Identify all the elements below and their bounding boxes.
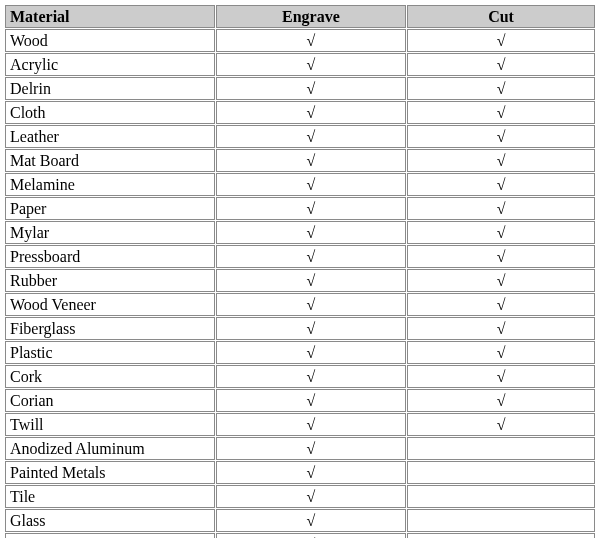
cell-engrave: √ xyxy=(216,485,406,508)
table-row: Twill√√ xyxy=(5,413,595,436)
header-material: Material xyxy=(5,5,215,28)
cell-engrave: √ xyxy=(216,413,406,436)
cell-cut: √ xyxy=(407,173,595,196)
cell-engrave: √ xyxy=(216,149,406,172)
cell-material: Wood Veneer xyxy=(5,293,215,316)
cell-material: Mylar xyxy=(5,221,215,244)
cell-engrave: √ xyxy=(216,341,406,364)
cell-engrave: √ xyxy=(216,245,406,268)
cell-cut xyxy=(407,437,595,460)
cell-material: Mat Board xyxy=(5,149,215,172)
cell-cut: √ xyxy=(407,221,595,244)
cell-cut xyxy=(407,461,595,484)
cell-cut: √ xyxy=(407,365,595,388)
cell-engrave: √ xyxy=(216,53,406,76)
cell-material: Melamine xyxy=(5,173,215,196)
cell-engrave: √ xyxy=(216,29,406,52)
cell-cut: √ xyxy=(407,341,595,364)
cell-cut xyxy=(407,485,595,508)
cell-material: Rubber xyxy=(5,269,215,292)
cell-cut: √ xyxy=(407,293,595,316)
cell-cut: √ xyxy=(407,269,595,292)
cell-engrave: √ xyxy=(216,77,406,100)
cell-cut: √ xyxy=(407,317,595,340)
table-row: Delrin√√ xyxy=(5,77,595,100)
cell-material: Painted Metals xyxy=(5,461,215,484)
materials-table: Material Engrave Cut Wood√√Acrylic√√Delr… xyxy=(4,4,596,538)
cell-cut xyxy=(407,509,595,532)
table-row: Wood√√ xyxy=(5,29,595,52)
cell-engrave: √ xyxy=(216,221,406,244)
cell-material: Twill xyxy=(5,413,215,436)
cell-engrave: √ xyxy=(216,317,406,340)
cell-material: Wood xyxy=(5,29,215,52)
table-row: Glass√ xyxy=(5,509,595,532)
cell-engrave: √ xyxy=(216,197,406,220)
cell-material: Paper xyxy=(5,197,215,220)
table-row: Fiberglass√√ xyxy=(5,317,595,340)
table-row: Leather√√ xyxy=(5,125,595,148)
table-row: Wood Veneer√√ xyxy=(5,293,595,316)
cell-engrave: √ xyxy=(216,365,406,388)
table-row: Mat Board√√ xyxy=(5,149,595,172)
header-row: Material Engrave Cut xyxy=(5,5,595,28)
cell-cut: √ xyxy=(407,53,595,76)
cell-material: Corian xyxy=(5,389,215,412)
cell-material: Plastic xyxy=(5,341,215,364)
cell-material: Anodized Aluminum xyxy=(5,437,215,460)
cell-material: Coated Metals xyxy=(5,533,215,538)
cell-cut: √ xyxy=(407,245,595,268)
cell-cut: √ xyxy=(407,125,595,148)
cell-engrave: √ xyxy=(216,437,406,460)
table-row: Mylar√√ xyxy=(5,221,595,244)
table-row: Cork√√ xyxy=(5,365,595,388)
cell-material: Pressboard xyxy=(5,245,215,268)
table-row: Anodized Aluminum√ xyxy=(5,437,595,460)
cell-cut: √ xyxy=(407,101,595,124)
cell-cut: √ xyxy=(407,29,595,52)
header-cut: Cut xyxy=(407,5,595,28)
cell-engrave: √ xyxy=(216,389,406,412)
cell-cut: √ xyxy=(407,413,595,436)
cell-cut: √ xyxy=(407,389,595,412)
table-row: Rubber√√ xyxy=(5,269,595,292)
cell-engrave: √ xyxy=(216,293,406,316)
cell-material: Delrin xyxy=(5,77,215,100)
cell-material: Cork xyxy=(5,365,215,388)
cell-cut: √ xyxy=(407,197,595,220)
header-engrave: Engrave xyxy=(216,5,406,28)
table-row: Tile√ xyxy=(5,485,595,508)
cell-material: Glass xyxy=(5,509,215,532)
table-row: Painted Metals√ xyxy=(5,461,595,484)
cell-engrave: √ xyxy=(216,173,406,196)
cell-material: Leather xyxy=(5,125,215,148)
cell-material: Fiberglass xyxy=(5,317,215,340)
table-row: Paper√√ xyxy=(5,197,595,220)
cell-engrave: √ xyxy=(216,101,406,124)
table-row: Melamine√√ xyxy=(5,173,595,196)
cell-cut: √ xyxy=(407,149,595,172)
cell-engrave: √ xyxy=(216,461,406,484)
cell-cut: √ xyxy=(407,77,595,100)
cell-material: Cloth xyxy=(5,101,215,124)
table-row: Corian√√ xyxy=(5,389,595,412)
cell-material: Acrylic xyxy=(5,53,215,76)
cell-material: Tile xyxy=(5,485,215,508)
cell-cut xyxy=(407,533,595,538)
table-row: Cloth√√ xyxy=(5,101,595,124)
table-row: Plastic√√ xyxy=(5,341,595,364)
table-row: Acrylic√√ xyxy=(5,53,595,76)
cell-engrave: √ xyxy=(216,125,406,148)
cell-engrave: √ xyxy=(216,533,406,538)
cell-engrave: √ xyxy=(216,509,406,532)
table-row: Coated Metals√ xyxy=(5,533,595,538)
table-row: Pressboard√√ xyxy=(5,245,595,268)
table-body: Wood√√Acrylic√√Delrin√√Cloth√√Leather√√M… xyxy=(5,29,595,538)
cell-engrave: √ xyxy=(216,269,406,292)
